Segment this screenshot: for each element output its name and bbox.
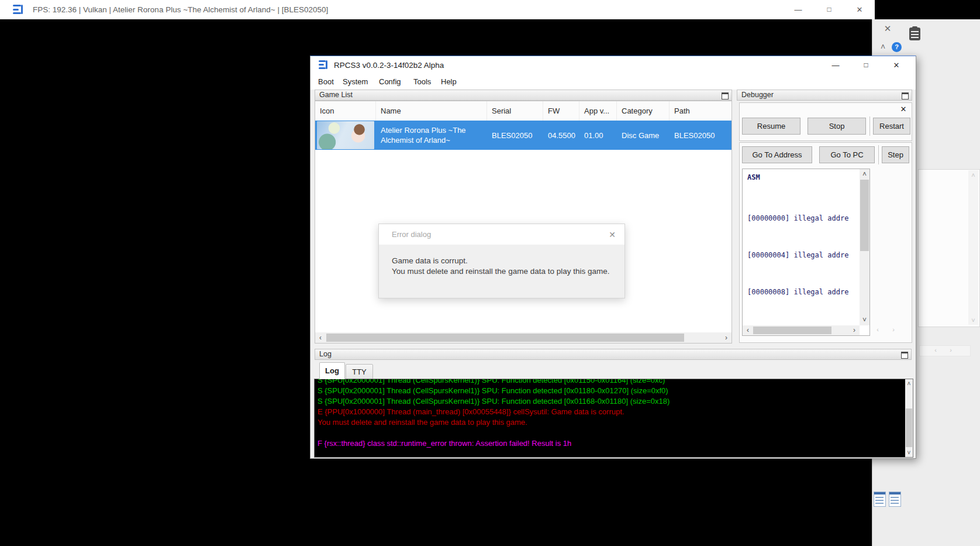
game-list-horizontal-scrollbar[interactable]: ‹ › [315,332,731,343]
log-line: S {SPU[0x2000001] Thread (CellSpursKerne… [318,396,670,407]
log-line [318,428,670,438]
asm-line: [00000008] illegal addre [747,286,858,298]
scroll-right-icon[interactable]: › [722,334,730,342]
scrollbar-thumb[interactable] [326,334,684,342]
scroll-right-icon[interactable]: › [850,326,858,334]
float-panel-icon[interactable] [901,352,908,359]
float-panel-icon[interactable] [722,92,729,99]
side-vertical-scrollbar[interactable]: ˄ ˅ [968,170,978,325]
step-button[interactable]: Step [882,146,909,163]
tab-tty[interactable]: TTY [346,364,373,379]
spreadsheet-icon[interactable] [889,492,901,507]
menu-system[interactable]: System [343,74,368,90]
debugger-panel-header: Debugger [737,90,912,101]
log-lines: S {SPU[0x2000001] Thread (CellSpursKerne… [318,379,670,449]
scroll-left-icon[interactable]: ‹ [316,334,325,342]
scrollbar-thumb[interactable] [753,327,831,334]
column-icon[interactable]: Icon [315,101,376,121]
scroll-left-icon[interactable]: ‹ [744,326,752,334]
menu-help[interactable]: Help [441,74,457,90]
game-cover-art [317,121,374,149]
asm-vertical-scrollbar[interactable]: ˄ ˅ [860,169,869,325]
game-list-table: Icon Name Serial FW App v... Category Pa… [315,101,732,344]
game-list-panel-header: Game List [315,90,732,101]
goto-pc-button[interactable]: Go To PC [819,146,875,163]
spreadsheet-icon[interactable] [874,492,886,507]
cell-fw: 04.5500 [543,121,579,150]
scroll-up-icon[interactable]: ˄ [905,380,913,387]
log-line: S {SPU[0x2000001] Thread (CellSpursKerne… [318,386,670,396]
scroll-up-icon[interactable]: ˄ [968,171,978,178]
cell-app-version: 01.00 [579,121,617,150]
scrollbar-thumb[interactable] [860,180,869,251]
asm-line: [00000000] illegal addre [747,212,858,225]
error-line-1: Game data is corrupt. [392,256,609,266]
game-list-row-selected[interactable]: Atelier Rorona Plus ~The Alchemist of Ar… [315,121,731,150]
column-category[interactable]: Category [617,101,670,121]
close-button[interactable]: ✕ [851,0,868,19]
error-dialog-titlebar: Error dialog ✕ [379,224,624,245]
rpcs3-main-window: RPCS3 v0.0.2-3-14f02b2 Alpha — □ ✕ Boot … [310,56,916,459]
cell-serial: BLES02050 [487,121,543,150]
resume-button[interactable]: Resume [742,118,800,135]
float-panel-icon[interactable] [902,92,909,99]
log-line: You must delete and reinstall the game d… [318,417,670,428]
scroll-right-icon[interactable]: › [889,326,898,333]
side-close-icon[interactable]: ✕ [882,23,893,35]
minimize-button[interactable]: — [827,56,844,75]
log-vertical-scrollbar[interactable]: ˄ ˅ [905,379,913,457]
menu-tools[interactable]: Tools [413,74,431,90]
tab-log[interactable]: Log [319,362,345,379]
stop-button[interactable]: Stop [808,118,866,135]
asm-line: [00000004] illegal addre [747,249,858,262]
clipboard-icon[interactable] [909,28,920,40]
cell-category: Disc Game [617,121,670,150]
menubar: Boot System Config Tools Help [310,74,916,90]
column-path[interactable]: Path [670,101,731,121]
scroll-up-icon[interactable]: ˄ [860,170,869,178]
asm-horizontal-scrollbar[interactable]: ‹ › [743,325,860,335]
log-frame: S {SPU[0x2000001] Thread (CellSpursKerne… [314,379,913,458]
maximize-button[interactable]: □ [857,56,875,75]
scroll-right-icon[interactable]: › [947,346,955,353]
log-panel-title: Log [319,349,332,359]
toolbar-separator [878,145,879,164]
column-fw[interactable]: FW [543,101,579,121]
side-collapse-icon[interactable]: ˄ [878,42,888,52]
debugger-close-icon[interactable]: ✕ [899,105,908,114]
close-icon[interactable]: ✕ [607,229,617,240]
scroll-left-icon[interactable]: ‹ [931,346,940,353]
side-horizontal-scrollbar[interactable]: ‹ › [919,345,971,356]
menu-config[interactable]: Config [379,74,401,90]
error-dialog: Error dialog ✕ Game data is corrupt. You… [378,224,625,298]
error-dialog-title: Error dialog [392,224,431,245]
log-line: E {PPU[0x1000000] Thread (main_thread) [… [318,407,670,417]
goto-address-button[interactable]: Go To Address [742,146,812,163]
asm-listing[interactable]: ASM [00000000] illegal addre [00000004] … [742,169,870,336]
close-button[interactable]: ✕ [888,56,905,75]
rpcs3-logo-icon [13,5,25,15]
menu-boot[interactable]: Boot [318,74,334,90]
debugger-panel-title: Debugger [741,90,774,100]
help-icon[interactable]: ? [892,42,902,52]
minimize-button[interactable]: — [789,0,807,19]
scroll-down-icon[interactable]: ˅ [860,316,869,324]
column-app-version[interactable]: App v... [579,101,617,121]
error-line-2: You must delete and reinstall the game d… [392,266,609,277]
log-panel-header: Log [315,349,912,360]
scroll-left-icon[interactable]: ‹ [874,326,882,333]
scrollbar-thumb[interactable] [906,408,912,447]
rpcs3-logo-icon [319,60,329,70]
restart-button[interactable]: Restart [873,118,910,135]
column-serial[interactable]: Serial [487,101,543,121]
log-line: S {SPU[0x2000001] Thread (CellSpursKerne… [318,379,670,386]
asm-rows: [00000000] illegal addre [00000004] ille… [747,188,858,336]
scroll-down-icon[interactable]: ˅ [968,317,978,324]
scroll-down-icon[interactable]: ˅ [905,449,913,456]
game-list-column-header: Icon Name Serial FW App v... Category Pa… [315,101,731,121]
maximize-button[interactable]: □ [820,0,838,19]
column-name[interactable]: Name [376,101,487,121]
asm-header: ASM [747,173,760,181]
rpcs3-window-title: RPCS3 v0.0.2-3-14f02b2 Alpha [334,56,444,74]
log-output[interactable]: S {SPU[0x2000001] Thread (CellSpursKerne… [315,379,906,457]
